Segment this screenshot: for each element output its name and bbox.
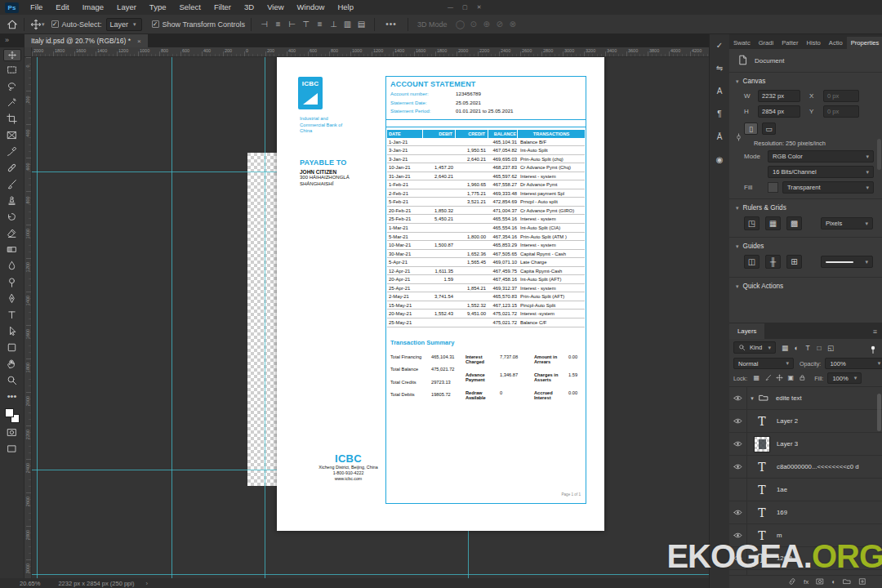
guides-button[interactable]: ╫ — [765, 255, 781, 269]
window-control-icon[interactable]: ✕ — [477, 0, 482, 15]
align-icon[interactable]: ≡ — [313, 20, 327, 29]
tool-button[interactable] — [3, 78, 21, 94]
menu-item[interactable]: Type — [143, 0, 173, 15]
layer-name[interactable]: 169 — [777, 509, 787, 516]
tab-layers[interactable]: Layers — [729, 323, 764, 339]
layers-footer-icon[interactable]: ◐ — [831, 578, 835, 586]
tool-button[interactable] — [3, 176, 21, 192]
guide-style-select[interactable]: ▾ — [821, 256, 873, 268]
tab-overflow-icon[interactable]: » — [5, 36, 9, 44]
visibility-toggle[interactable] — [729, 479, 747, 501]
lock-icon[interactable] — [774, 374, 784, 383]
color-chips[interactable] — [4, 408, 20, 424]
tool-button[interactable] — [3, 306, 21, 323]
zoom-level[interactable]: 20.65% — [20, 580, 40, 587]
menu-item[interactable]: Image — [76, 0, 110, 15]
visibility-toggle[interactable] — [729, 456, 747, 478]
tab-properties[interactable]: Properties — [847, 37, 882, 49]
height-field[interactable]: 2854 px — [758, 105, 800, 118]
panel-menu-icon[interactable]: ≡ — [873, 327, 882, 336]
scrollbar[interactable] — [877, 394, 881, 431]
move-tool-icon[interactable] — [30, 19, 42, 30]
vertical-ruler[interactable]: 0200400600800100012001400160018002000220… — [24, 57, 32, 578]
panel-tab[interactable]: Gradi — [755, 37, 778, 49]
layer-thumbnail[interactable]: T — [757, 393, 770, 404]
layer-thumbnail[interactable]: T — [754, 413, 770, 430]
tool-button[interactable] — [3, 274, 21, 290]
collapsed-panel-icon[interactable]: ✓ — [713, 41, 726, 52]
collapsed-panel-icon[interactable]: Ā — [713, 132, 726, 144]
layer-filter-icon[interactable]: T — [802, 344, 813, 352]
chevron-down-icon[interactable]: ▾ — [42, 21, 45, 28]
menu-item[interactable]: Filter — [207, 0, 238, 15]
layers-footer-icon[interactable] — [858, 577, 866, 587]
menu-item[interactable]: 3D — [238, 0, 261, 15]
collapsed-panel-icon[interactable]: A — [713, 87, 726, 98]
align-icon[interactable]: ⊣ — [257, 20, 271, 29]
tool-button[interactable]: ••• — [3, 388, 21, 404]
horizontal-ruler[interactable]: 2000180016001400120010008006004002000200… — [32, 47, 709, 57]
close-icon[interactable]: × — [137, 38, 141, 45]
window-control-icon[interactable]: — — [448, 0, 453, 15]
tool-button[interactable] — [3, 323, 21, 339]
document-page[interactable]: ICBC Industrial andCommercial Bank ofChi… — [277, 57, 604, 531]
tool-button[interactable] — [3, 241, 21, 257]
layer-name[interactable]: c8a0000000...<<<<<<<<c0 d — [777, 463, 859, 470]
collapsed-panel-icon[interactable]: ◉ — [713, 155, 726, 167]
section-rulers-grids[interactable]: ▾ Rulers & Grids — [729, 198, 882, 215]
portrait-orientation-button[interactable]: ▯ — [744, 122, 758, 135]
tool-button[interactable] — [3, 339, 21, 355]
fill-swatch[interactable] — [768, 182, 778, 193]
rulers-grids-button[interactable]: ◳ — [744, 216, 760, 230]
chevron-down-icon[interactable]: ▾ — [747, 395, 757, 402]
layer-row[interactable]: ▾ T edite text — [729, 387, 882, 410]
quick-mask-button[interactable] — [3, 424, 21, 440]
visibility-toggle[interactable] — [729, 410, 747, 432]
width-field[interactable]: 2232 px — [758, 90, 800, 102]
tool-button[interactable] — [3, 290, 21, 306]
layer-name[interactable]: edite text — [776, 394, 802, 402]
layer-row[interactable]: ▾ T 169 — [729, 501, 882, 524]
x-field[interactable]: 0 px — [823, 90, 859, 102]
layer-name[interactable]: 1ae — [777, 486, 787, 493]
show-transform-checkbox[interactable]: ✓ — [152, 20, 159, 28]
lock-icon[interactable] — [797, 374, 807, 383]
tool-button[interactable] — [3, 159, 21, 176]
canvas-area[interactable]: ICBC Industrial andCommercial Bank ofChi… — [32, 57, 709, 578]
panel-tab[interactable]: Histo — [803, 37, 825, 49]
section-canvas[interactable]: ▾ Canvas — [729, 73, 882, 88]
panel-tab[interactable]: Patter — [777, 37, 802, 49]
layer-filter-icon[interactable]: ◐ — [791, 344, 802, 352]
window-control-icon[interactable]: ▢ — [462, 0, 468, 15]
visibility-toggle[interactable] — [729, 501, 747, 523]
align-icon[interactable]: ⊢ — [285, 20, 299, 29]
blend-mode-select[interactable]: Normal ▾ — [733, 358, 794, 369]
layer-thumbnail[interactable]: T — [754, 436, 770, 452]
lock-icon[interactable]: ▦ — [751, 374, 761, 383]
filter-pin-icon[interactable] — [868, 343, 878, 353]
layer-name[interactable]: Layer 2 — [777, 417, 798, 425]
filter-kind-select[interactable]: Kind ▾ — [733, 341, 776, 354]
collapsed-panel-icon[interactable]: ⇋ — [713, 64, 726, 75]
align-icon[interactable]: ▤ — [354, 20, 368, 29]
layer-row[interactable]: ▾ T Layer 3 — [729, 433, 882, 456]
collapsed-panel-icon[interactable]: ¶ — [713, 109, 726, 121]
tool-button[interactable] — [3, 94, 21, 110]
section-quick-actions[interactable]: ▾ Quick Actions — [729, 277, 882, 293]
layer-name[interactable]: Layer 3 — [777, 440, 798, 448]
visibility-toggle[interactable] — [729, 433, 747, 455]
menu-item[interactable]: Help — [331, 0, 360, 15]
tool-button[interactable] — [3, 192, 21, 208]
layer-thumbnail[interactable]: T — [754, 505, 770, 521]
layer-row[interactable]: ▾ T Layer 2 — [729, 410, 882, 433]
status-arrow-icon[interactable]: › — [145, 580, 148, 587]
rulers-grids-button[interactable]: ▩ — [786, 216, 802, 230]
layer-row[interactable]: ▾ T 1ae — [729, 479, 882, 501]
scrollbar[interactable] — [877, 139, 881, 170]
auto-select-checkbox[interactable]: ✓ — [51, 20, 59, 28]
align-icon[interactable]: ⊤ — [299, 20, 313, 29]
layers-footer-icon[interactable] — [816, 577, 824, 587]
opacity-select[interactable]: 100% ▾ — [825, 358, 882, 369]
panel-tab[interactable]: Swatc — [729, 37, 755, 49]
home-icon[interactable] — [7, 19, 18, 30]
